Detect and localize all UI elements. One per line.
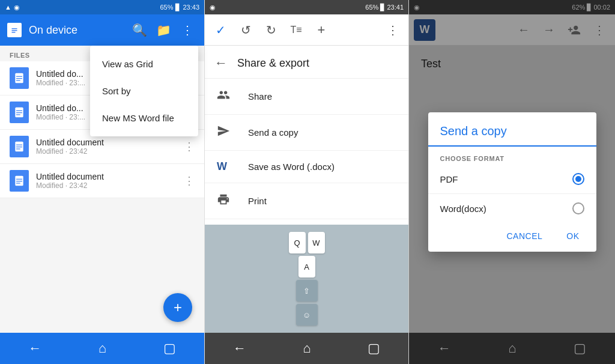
dropdown-menu: View as Grid Sort by New MS Word file	[90, 46, 198, 136]
cancel-button[interactable]: Cancel	[497, 225, 552, 247]
word-option-label: Word(docx)	[440, 204, 572, 214]
svg-rect-10	[16, 112, 22, 113]
menu-header: ← Share & export	[205, 46, 408, 79]
word-radio[interactable]	[572, 202, 584, 214]
file-info-3: Untitled document Modified · 23:42	[36, 138, 184, 156]
svg-rect-19	[16, 183, 20, 183]
dialog-option-word[interactable]: Word(docx)	[428, 196, 596, 220]
statusbar-panel2: ◉ 65% ▊ 23:41	[205, 0, 408, 14]
time-p2: 23:41	[387, 4, 404, 11]
panel-share-export: ◉ 65% ▊ 23:41 ✓ ↺ ↻ T≡ + ⋮ ← Share & exp…	[204, 0, 408, 364]
key-shift[interactable]: ⇧	[296, 280, 318, 302]
svg-rect-3	[12, 32, 16, 33]
home-button-nav-p2[interactable]: ⌂	[303, 341, 311, 356]
add-button-p2[interactable]: +	[311, 19, 332, 41]
keyboard-row-2: A	[298, 256, 315, 278]
back-button-menu[interactable]: ←	[214, 55, 228, 71]
keyboard-area: Q W A ⇧ ☺	[205, 225, 408, 333]
recents-button-nav-p2[interactable]: ▢	[368, 341, 380, 356]
svg-rect-7	[16, 80, 20, 80]
file-doc-icon-2	[10, 102, 29, 123]
svg-rect-18	[16, 181, 22, 181]
panel1-title: On device	[29, 24, 125, 37]
menu-item-send-copy[interactable]: Send a copy	[205, 115, 408, 151]
file-doc-icon-1	[10, 67, 29, 89]
status-left-p1: ▲ ◉	[5, 4, 20, 11]
more-button-p1[interactable]: ⋮	[178, 20, 197, 40]
file-date-3: Modified · 23:42	[36, 147, 184, 156]
dialog-title: Send a copy	[428, 112, 596, 147]
share-export-menu: ← Share & export Share Send a copy W Sav…	[205, 46, 408, 225]
menu-item-save-word[interactable]: W Save as Word (.docx)	[205, 151, 408, 183]
pdf-option-label: PDF	[440, 174, 572, 184]
file-more-4[interactable]: ⋮	[184, 174, 195, 187]
battery-icon-p1: ▊	[175, 4, 180, 11]
svg-rect-13	[16, 145, 22, 145]
save-word-label: Save as Word (.docx)	[248, 162, 335, 172]
dialog-overlay: Send a copy CHOOSE FORMAT PDF Word(docx)…	[409, 0, 615, 364]
battery-level-p1: 65%	[160, 4, 173, 11]
dialog-option-pdf[interactable]: PDF	[428, 167, 596, 191]
share-label: Share	[248, 91, 272, 102]
search-button-p1[interactable]: 🔍	[130, 20, 149, 40]
navbar-panel2: ← ⌂ ▢	[205, 333, 408, 364]
menu-item-share[interactable]: Share	[205, 79, 408, 115]
keyboard-row-4: ☺	[296, 304, 318, 326]
file-info-4: Untitled document Modified · 23:42	[36, 172, 184, 190]
battery-level-p2: 65%	[365, 4, 378, 11]
dropdown-view-as-grid[interactable]: View as Grid	[90, 50, 198, 77]
dropdown-sort-by[interactable]: Sort by	[90, 77, 198, 105]
wifi-icon: ◉	[14, 4, 20, 11]
key-q[interactable]: Q	[289, 232, 306, 253]
statusbar-panel1: ▲ ◉ 65% ▊ 23:43	[0, 0, 204, 14]
folder-button-p1[interactable]: 📁	[154, 20, 173, 40]
signal-icon-p2: ◉	[210, 4, 216, 11]
home-button-p1[interactable]: ⌂	[98, 341, 106, 356]
svg-rect-15	[16, 148, 20, 149]
svg-rect-1	[12, 28, 17, 29]
send-copy-icon	[217, 124, 238, 141]
menu-title: Share & export	[237, 57, 309, 70]
send-copy-label: Send a copy	[248, 127, 298, 138]
panel-word-doc: ◉ 62% ▊ 00:02 W ← → ⋮ Test ← ⌂ ▢ Send a …	[408, 0, 615, 364]
check-button-p2[interactable]: ✓	[210, 19, 231, 41]
key-a[interactable]: A	[298, 256, 315, 278]
undo-button-p2[interactable]: ↺	[235, 19, 256, 41]
navbar-panel1: ← ⌂ ▢	[0, 333, 204, 364]
panel-docs-list: ▲ ◉ 65% ▊ 23:43 On device 🔍 📁 ⋮ FILES Un…	[0, 0, 204, 364]
file-doc-icon-4	[10, 170, 29, 192]
svg-rect-11	[16, 114, 20, 115]
more-button-p2[interactable]: ⋮	[382, 19, 404, 41]
word-icon: W	[217, 160, 238, 173]
file-item-4[interactable]: Untitled document Modified · 23:42 ⋮	[0, 164, 204, 198]
svg-rect-9	[16, 111, 22, 111]
send-copy-dialog: Send a copy CHOOSE FORMAT PDF Word(docx)…	[428, 112, 596, 252]
svg-rect-17	[16, 179, 22, 180]
back-button-p1[interactable]: ←	[28, 341, 41, 356]
print-icon	[217, 193, 238, 209]
key-emoji[interactable]: ☺	[296, 304, 318, 326]
back-button-nav-p2[interactable]: ←	[233, 341, 246, 356]
fab-new-doc[interactable]: +	[163, 293, 192, 322]
dialog-buttons: Cancel OK	[428, 220, 596, 252]
status-right-p1: 65% ▊ 23:43	[160, 4, 199, 11]
format-button-p2[interactable]: T≡	[285, 19, 307, 41]
keyboard-row-1: Q W	[289, 232, 325, 253]
pdf-radio[interactable]	[572, 173, 584, 185]
pdf-radio-inner	[575, 176, 581, 182]
svg-rect-6	[16, 78, 22, 79]
ok-button[interactable]: OK	[557, 225, 589, 247]
time-p1: 23:43	[183, 4, 199, 11]
file-name-3: Untitled document	[36, 138, 184, 147]
file-date-4: Modified · 23:42	[36, 181, 184, 190]
svg-rect-5	[16, 76, 22, 77]
svg-rect-14	[16, 147, 22, 147]
redo-button-p2[interactable]: ↻	[260, 19, 282, 41]
dropdown-new-word-file[interactable]: New MS Word file	[90, 105, 198, 132]
status-left-p2: ◉	[210, 4, 216, 11]
signal-icon: ▲	[5, 4, 11, 11]
menu-item-print[interactable]: Print	[205, 183, 408, 219]
key-w[interactable]: W	[308, 232, 325, 253]
file-more-3[interactable]: ⋮	[184, 140, 195, 153]
recents-button-p1[interactable]: ▢	[163, 341, 176, 356]
